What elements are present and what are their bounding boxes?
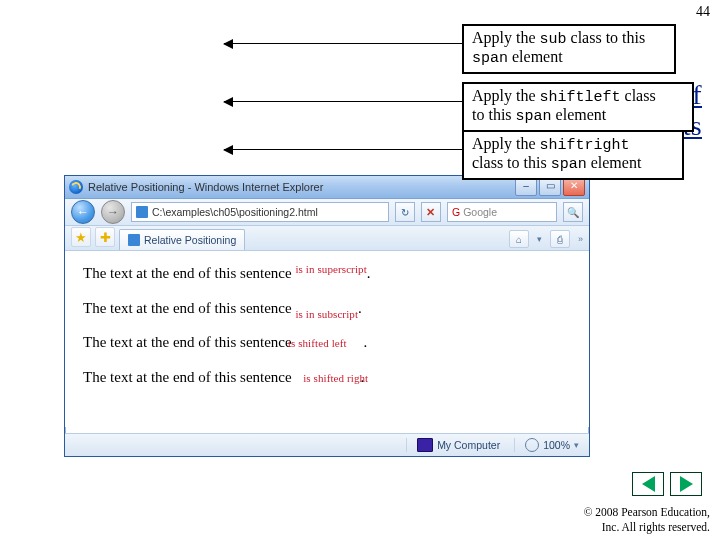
- zone-label: My Computer: [437, 439, 500, 451]
- star-icon: ★: [75, 230, 87, 245]
- example-line-superscript: The text at the end of this sentence is …: [83, 265, 571, 282]
- computer-icon: [417, 438, 433, 452]
- arrow-3: [224, 149, 462, 150]
- maximize-button[interactable]: ▭: [539, 178, 561, 196]
- address-text: C:\examples\ch05\positioning2.html: [152, 206, 318, 218]
- example-line-subscript: The text at the end of this sentence is …: [83, 300, 571, 317]
- tab-label: Relative Positioning: [144, 234, 236, 246]
- address-bar[interactable]: C:\examples\ch05\positioning2.html: [131, 202, 389, 222]
- magnifier-icon: 🔍: [567, 207, 579, 218]
- page-tools: ⌂ ▾ ⎙ »: [509, 230, 583, 248]
- print-button[interactable]: ⎙: [550, 230, 570, 248]
- triangle-right-icon: [680, 476, 693, 492]
- span-shiftright: is shifted right: [303, 372, 368, 384]
- printer-icon: ⎙: [557, 234, 563, 245]
- example-line-shiftleft: The text at the end of this sentence is …: [83, 334, 571, 351]
- search-box[interactable]: G Google: [447, 202, 557, 222]
- search-icon: G: [452, 206, 460, 218]
- code-span: span: [516, 108, 552, 125]
- code-span: span: [551, 156, 587, 173]
- span-superscript: is in superscript: [295, 263, 366, 275]
- home-button[interactable]: ⌂: [509, 230, 529, 248]
- minimize-button[interactable]: –: [515, 178, 537, 196]
- tab-bar: ★ ✚ Relative Positioning ⌂ ▾ ⎙ »: [65, 226, 589, 251]
- copyright-line2: Inc. All rights reserved.: [602, 521, 710, 533]
- close-button[interactable]: ✕: [563, 178, 585, 196]
- arrow-2: [224, 101, 462, 102]
- callout-shiftright: Apply the shiftright class to this span …: [462, 130, 684, 180]
- copyright-line1: © 2008 Pearson Education,: [584, 506, 710, 518]
- security-zone[interactable]: My Computer: [406, 438, 500, 452]
- nav-toolbar: ← → C:\examples\ch05\positioning2.html ↻…: [65, 199, 589, 226]
- ie-logo-icon: [69, 180, 83, 194]
- example-line-shiftright: The text at the end of this sentence is …: [83, 369, 571, 386]
- tab-favicon-icon: [128, 234, 140, 246]
- browser-window: Relative Positioning - Windows Internet …: [64, 175, 590, 457]
- page-content: The text at the end of this sentence is …: [65, 251, 589, 427]
- code-shiftright: shiftright: [540, 137, 630, 154]
- chevron-down-icon: ▾: [574, 440, 579, 450]
- window-title: Relative Positioning - Windows Internet …: [88, 181, 510, 193]
- zoom-icon: [525, 438, 539, 452]
- tab-active[interactable]: Relative Positioning: [119, 229, 245, 250]
- search-placeholder: Google: [463, 206, 497, 218]
- refresh-icon: ↻: [401, 207, 409, 218]
- next-slide-button[interactable]: [670, 472, 702, 496]
- forward-button[interactable]: →: [101, 200, 125, 224]
- code-span: span: [472, 50, 508, 67]
- more-chevron-icon: »: [578, 234, 583, 244]
- refresh-button[interactable]: ↻: [395, 202, 415, 222]
- code-sub: sub: [540, 31, 567, 48]
- triangle-left-icon: [642, 476, 655, 492]
- code-shiftleft: shiftleft: [540, 89, 621, 106]
- callout-sub: Apply the sub class to this span element: [462, 24, 676, 74]
- chevron-down-icon: ▾: [537, 234, 542, 244]
- favorites-button[interactable]: ★: [71, 227, 91, 247]
- stop-icon: ✕: [426, 206, 435, 219]
- arrow-1: [224, 43, 462, 44]
- star-plus-icon: ✚: [100, 230, 111, 245]
- status-bar: My Computer 100% ▾: [65, 433, 589, 456]
- window-buttons: – ▭ ✕: [515, 178, 585, 196]
- span-subscript: is in subscript: [295, 308, 358, 320]
- zoom-label: 100%: [543, 439, 570, 451]
- page-number: 44: [696, 4, 710, 20]
- arrow-left-icon: ←: [77, 205, 89, 219]
- span-shiftleft: is shifted left: [288, 337, 347, 349]
- search-go-button[interactable]: 🔍: [563, 202, 583, 222]
- arrow-right-icon: →: [107, 205, 119, 219]
- home-icon: ⌂: [516, 234, 522, 245]
- copyright: © 2008 Pearson Education, Inc. All right…: [584, 505, 710, 534]
- zoom-control[interactable]: 100% ▾: [514, 438, 579, 452]
- stop-button[interactable]: ✕: [421, 202, 441, 222]
- back-button[interactable]: ←: [71, 200, 95, 224]
- page-favicon-icon: [136, 206, 148, 218]
- callout-shiftleft: Apply the shiftleft class to this span e…: [462, 82, 694, 132]
- add-favorites-button[interactable]: ✚: [95, 227, 115, 247]
- prev-slide-button[interactable]: [632, 472, 664, 496]
- slide-nav: [632, 472, 702, 496]
